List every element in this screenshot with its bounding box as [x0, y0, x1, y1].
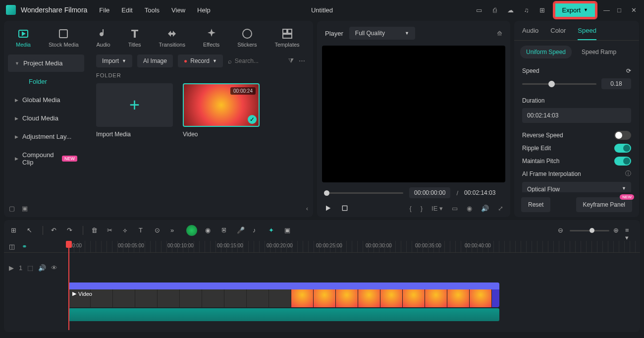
zoom-out-icon[interactable]: ⊖: [558, 226, 566, 234]
tab-templates[interactable]: Templates: [268, 25, 305, 51]
zoom-slider[interactable]: [570, 230, 609, 231]
ripple-toggle[interactable]: [614, 144, 631, 153]
tab-stock-media[interactable]: Stock Media: [43, 25, 85, 51]
sidebar-item-cloud-media[interactable]: ▶Cloud Media: [8, 110, 84, 127]
audio-clip[interactable]: [68, 308, 499, 321]
speed-slider[interactable]: [522, 83, 596, 85]
tab-audio[interactable]: Audio: [91, 25, 116, 51]
volume-icon[interactable]: 🔊: [481, 205, 489, 212]
pitch-toggle[interactable]: [614, 157, 631, 166]
new-folder-icon[interactable]: ▢: [9, 205, 15, 212]
layers-icon[interactable]: ◫: [9, 243, 17, 251]
redo-icon[interactable]: ↷: [67, 226, 75, 234]
record-button[interactable]: ●Record▼: [178, 55, 223, 67]
color-icon[interactable]: ◉: [205, 226, 213, 234]
menu-help[interactable]: Help: [197, 6, 211, 14]
tab-speed-props[interactable]: Speed: [578, 27, 596, 40]
ai-image-button[interactable]: AI Image: [137, 55, 173, 67]
track-options-icon[interactable]: ≡ ▾: [625, 226, 633, 234]
playhead[interactable]: [68, 241, 69, 330]
duration-input[interactable]: [522, 108, 631, 123]
display-icon[interactable]: ▭: [452, 205, 458, 212]
menu-view[interactable]: View: [171, 6, 185, 14]
text-icon[interactable]: T: [139, 226, 147, 234]
play-button[interactable]: [324, 204, 332, 212]
interpolation-select[interactable]: Optical Flow▼: [522, 182, 631, 192]
crop-icon[interactable]: IE ▾: [431, 205, 443, 212]
quality-select[interactable]: Full Quality▼: [349, 27, 415, 40]
info-icon[interactable]: ⓘ: [625, 169, 631, 178]
split-icon[interactable]: ✦: [268, 226, 276, 234]
export-button[interactable]: Export▼: [554, 2, 597, 18]
camera-icon[interactable]: ◉: [467, 205, 472, 212]
crop-tool-icon[interactable]: ⟡: [123, 226, 131, 234]
tab-audio-props[interactable]: Audio: [522, 27, 538, 40]
keyframe-panel-button[interactable]: Keyframe PanelNEW: [576, 197, 632, 212]
tab-media[interactable]: Media: [10, 25, 37, 51]
snapshot-icon[interactable]: ⟰: [497, 30, 502, 37]
sidebar-item-project-media[interactable]: ▼Project Media: [8, 55, 84, 72]
smiley-icon[interactable]: [186, 225, 197, 236]
track-mute-icon[interactable]: 🔊: [38, 264, 46, 272]
collapse-icon[interactable]: ‹: [306, 205, 308, 212]
menu-edit[interactable]: Edit: [121, 6, 132, 14]
track-header[interactable]: ▶ 1 ⬚ 🔊 👁: [4, 253, 68, 282]
mark-out-icon[interactable]: }: [421, 205, 423, 212]
import-button[interactable]: Import▼: [96, 55, 132, 67]
tab-effects[interactable]: Effects: [197, 25, 225, 51]
speed-value[interactable]: 0.18: [601, 78, 631, 89]
marker-icon[interactable]: ▣: [284, 226, 292, 234]
video-clip[interactable]: ▶Video: [68, 282, 499, 307]
pointer-icon[interactable]: ↖: [27, 226, 35, 234]
fullscreen-icon[interactable]: ⤢: [498, 205, 503, 212]
import-media-thumb[interactable]: + Import Media: [96, 83, 173, 138]
apps-icon[interactable]: ⊞: [538, 5, 547, 14]
reset-speed-icon[interactable]: ⟳: [626, 67, 631, 74]
grid-icon[interactable]: ⊞: [11, 226, 19, 234]
menu-file[interactable]: File: [99, 6, 109, 14]
music-icon[interactable]: ♪: [253, 226, 261, 234]
filter-icon[interactable]: ⧩: [288, 57, 294, 65]
maximize-icon[interactable]: □: [617, 6, 624, 13]
more-tools-icon[interactable]: »: [170, 226, 178, 234]
track-visible-icon[interactable]: 👁: [51, 264, 57, 272]
track-lock-icon[interactable]: ⬚: [27, 264, 33, 272]
cut-icon[interactable]: ✂: [107, 226, 115, 234]
undo-icon[interactable]: ↶: [51, 226, 59, 234]
sidebar-item-folder[interactable]: Folder: [8, 73, 84, 90]
subtab-uniform-speed[interactable]: Uniform Speed: [520, 46, 572, 58]
headphone-icon[interactable]: ♫: [522, 5, 531, 14]
search-input[interactable]: [235, 57, 274, 64]
stop-button[interactable]: [341, 204, 349, 212]
save-icon[interactable]: ⎙: [490, 5, 499, 14]
scrub-slider[interactable]: [324, 192, 403, 194]
shield-icon[interactable]: ⛨: [221, 226, 229, 234]
cloud-icon[interactable]: ☁: [506, 5, 515, 14]
reset-button[interactable]: Reset: [521, 197, 550, 212]
sidebar-item-adjustment-layer[interactable]: ▶Adjustment Lay...: [8, 128, 84, 145]
timeline-ruler[interactable]: 00:00 00:00:05:00 00:00:10:00 00:00:15:0…: [68, 241, 640, 252]
delete-icon[interactable]: 🗑: [91, 226, 99, 234]
zoom-in-icon[interactable]: ⊕: [613, 226, 621, 234]
menu-tools[interactable]: Tools: [145, 6, 160, 14]
folder-icon[interactable]: ▣: [22, 205, 28, 212]
sidebar-item-compound-clip[interactable]: ▶Compound ClipNEW: [8, 146, 84, 171]
tab-titles[interactable]: Titles: [122, 25, 147, 51]
speed-tool-icon[interactable]: ⊙: [155, 226, 162, 234]
tab-color-props[interactable]: Color: [550, 27, 566, 40]
tab-stickers[interactable]: Stickers: [231, 25, 263, 51]
mic-icon[interactable]: 🎤: [237, 226, 245, 234]
close-icon[interactable]: ✕: [631, 6, 638, 13]
sidebar-item-global-media[interactable]: ▶Global Media: [8, 91, 84, 109]
video-thumb[interactable]: 00:00:24 ✓ Video: [183, 83, 260, 138]
tab-transitions[interactable]: Transitions: [153, 25, 191, 51]
minimize-icon[interactable]: —: [603, 6, 610, 13]
subtab-speed-ramp[interactable]: Speed Ramp: [576, 46, 622, 58]
reverse-toggle[interactable]: [614, 131, 631, 140]
preview-screen[interactable]: [322, 46, 505, 182]
more-icon[interactable]: ⋯: [299, 57, 305, 65]
link-icon[interactable]: ⚭: [22, 243, 30, 251]
monitor-icon[interactable]: ▭: [475, 5, 483, 14]
mark-in-icon[interactable]: {: [409, 205, 411, 212]
chevron-down-icon: ▼: [15, 61, 19, 66]
